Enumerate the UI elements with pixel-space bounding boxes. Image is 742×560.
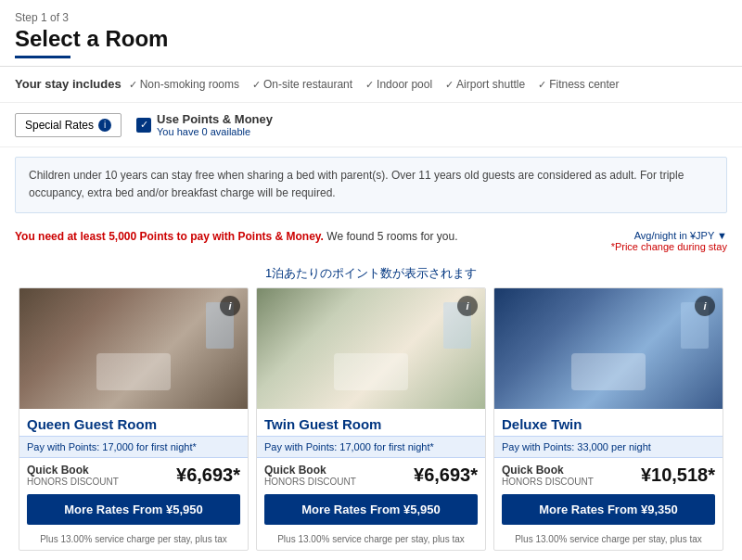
more-rates-button[interactable]: More Rates From ¥5,950 (27, 494, 240, 525)
special-rates-label: Special Rates (25, 119, 94, 132)
quick-book-label: Quick Book HONORS DISCOUNT (264, 464, 356, 487)
room-info-button[interactable]: i (695, 296, 715, 316)
check-icon: ✓ (252, 79, 261, 91)
points-banner: Pay with Points: 33,000 per night (494, 436, 723, 458)
room-image: i (257, 288, 485, 409)
room-name: Deluxe Twin (494, 409, 723, 436)
room-card: i Queen Guest Room Pay with Points: 17,0… (19, 287, 249, 551)
quick-book-title: Quick Book (264, 464, 356, 477)
amenity-item: ✓Non-smoking rooms (129, 78, 239, 91)
bed-shape (571, 353, 646, 390)
price-change-label: *Price change during stay (611, 241, 727, 252)
service-charge: Plus 13.00% service charge per stay, plu… (494, 530, 723, 550)
room-card: i Twin Guest Room Pay with Points: 17,00… (256, 287, 486, 551)
room-info-button[interactable]: i (457, 296, 478, 316)
special-rates-button[interactable]: Special Rates i (15, 113, 122, 137)
quick-book-row: Quick Book HONORS DISCOUNT ¥6,693* (19, 458, 248, 489)
room-info-button[interactable]: i (220, 296, 240, 316)
rates-bar: Special Rates i ✓ Use Points & Money You… (0, 103, 742, 147)
points-money-option[interactable]: ✓ Use Points & Money You have 0 availabl… (136, 112, 273, 137)
room-image: i (494, 288, 723, 409)
page-title: Select a Room (15, 26, 727, 52)
price-note: Avg/night in ¥JPY ▼ *Price change during… (611, 230, 727, 252)
bed-shape (96, 353, 171, 390)
avg-night-label: Avg/night in ¥JPY ▼ (611, 230, 727, 241)
quick-book-row: Quick Book HONORS DISCOUNT ¥10,518* (494, 458, 723, 489)
honors-discount-label: HONORS DISCOUNT (27, 477, 119, 487)
quick-book-title: Quick Book (502, 464, 594, 477)
quick-book-label: Quick Book HONORS DISCOUNT (27, 464, 119, 487)
step-label: Step 1 of 3 (15, 11, 727, 24)
room-image: i (19, 288, 248, 409)
points-money-label: Use Points & Money (157, 112, 273, 126)
amenities-bar: Your stay includes ✓Non-smoking rooms✓On… (0, 67, 742, 103)
title-underline (15, 56, 70, 58)
rooms-grid: 1泊あたりのポイント数が表示されます i Queen Guest Room Pa… (0, 260, 742, 554)
room-name: Twin Guest Room (257, 409, 485, 436)
honors-discount-label: HONORS DISCOUNT (264, 477, 356, 487)
amenity-item: ✓Indoor pool (365, 78, 432, 91)
honors-discount-label: HONORS DISCOUNT (502, 477, 594, 487)
amenities-label: Your stay includes (15, 76, 122, 93)
check-icon: ✓ (365, 79, 374, 91)
check-icon: ✓ (445, 79, 454, 91)
quick-book-title: Quick Book (27, 464, 119, 477)
quick-book-row: Quick Book HONORS DISCOUNT ¥6,693* (257, 458, 485, 489)
amenity-item: ✓On-site restaurant (252, 78, 352, 91)
room-price: ¥6,693* (414, 465, 478, 486)
check-icon: ✓ (538, 79, 546, 91)
check-icon: ✓ (129, 79, 137, 91)
more-rates-button[interactable]: More Rates From ¥9,350 (502, 494, 715, 525)
bed-shape (334, 353, 408, 390)
info-icon[interactable]: i (98, 119, 111, 132)
quick-book-label: Quick Book HONORS DISCOUNT (502, 464, 594, 487)
room-price: ¥6,693* (176, 465, 240, 486)
points-banner: Pay with Points: 17,000 for first night* (257, 436, 485, 458)
rooms-count: You need at least 5,000 Points to pay wi… (15, 230, 457, 243)
service-charge: Plus 13.00% service charge per stay, plu… (19, 530, 248, 550)
room-name: Queen Guest Room (19, 409, 248, 436)
room-card: i Deluxe Twin Pay with Points: 33,000 pe… (493, 287, 723, 551)
japanese-note: 1泊あたりのポイント数が表示されます (15, 260, 727, 284)
amenity-item: ✓Fitness center (538, 78, 619, 91)
room-price: ¥10,518* (641, 465, 715, 486)
points-banner: Pay with Points: 17,000 for first night* (19, 436, 248, 458)
amenities-list: ✓Non-smoking rooms✓On-site restaurant✓In… (129, 76, 620, 91)
amenity-item: ✓Airport shuttle (445, 78, 525, 91)
points-money-checkbox[interactable]: ✓ (136, 118, 151, 133)
service-charge: Plus 13.00% service charge per stay, plu… (257, 530, 485, 550)
page-header: Step 1 of 3 Select a Room (0, 0, 742, 67)
points-money-sub: You have 0 available (157, 126, 273, 137)
info-box: Children under 10 years can stay free wh… (15, 157, 727, 212)
points-min-warning: You need at least 5,000 Points to pay wi… (15, 230, 324, 243)
more-rates-button[interactable]: More Rates From ¥5,950 (264, 494, 478, 525)
rooms-header: You need at least 5,000 Points to pay wi… (0, 223, 742, 260)
